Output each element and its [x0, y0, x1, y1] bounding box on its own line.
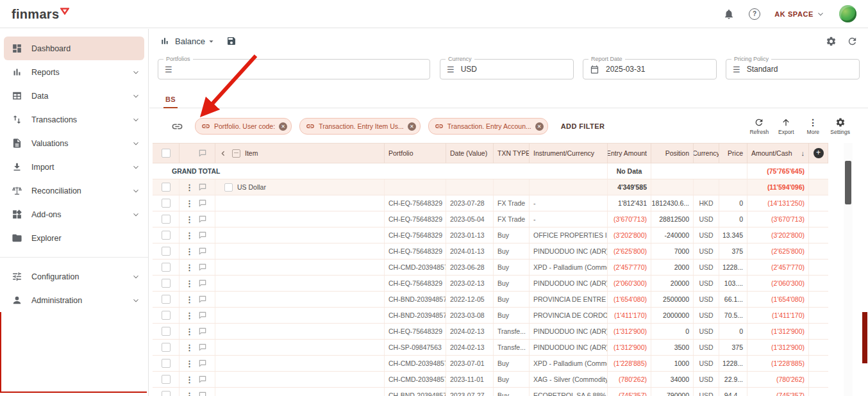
sidebar-item-transactions[interactable]: Transactions [0, 108, 148, 131]
table-row[interactable]: ⋮ CH-CMD-20394857 2023-07-01 Buy XPD - P… [153, 356, 828, 372]
table-scrollbar-thumb[interactable] [845, 161, 851, 204]
row-checkbox[interactable] [162, 247, 171, 256]
report-dropdown-icon[interactable] [206, 37, 216, 46]
column-header-date[interactable]: Date (Value) [446, 144, 494, 163]
settings-button[interactable]: Settings [830, 117, 850, 135]
remove-filter-icon[interactable]: ✕ [279, 122, 287, 131]
link-icon[interactable] [171, 120, 183, 133]
row-menu-icon[interactable]: ⋮ [185, 231, 194, 240]
group-expand-icon[interactable] [224, 183, 233, 192]
user-avatar[interactable] [839, 5, 856, 22]
sidebar-item-import[interactable]: Import [0, 155, 148, 179]
comment-icon[interactable] [198, 359, 207, 368]
table-row[interactable]: ⋮ CH-BND-20394857 2023-03-08 Buy PROVINC… [153, 308, 828, 324]
space-switcher[interactable]: AK SPACE [774, 10, 825, 19]
sidebar-item-administration[interactable]: Administration [0, 288, 148, 312]
table-row[interactable]: ⋮ CH-EQ-75648329 2024-02-13 Transfe... P… [153, 324, 828, 340]
comment-icon[interactable] [198, 391, 207, 396]
table-row[interactable]: ⋮ CH-EQ-75648329 2023-07-28 FX Trade - 1… [153, 195, 828, 211]
row-menu-icon[interactable]: ⋮ [185, 279, 194, 288]
add-filter-button[interactable]: ADD FILTER [561, 122, 605, 130]
comment-icon[interactable] [198, 215, 207, 224]
table-row[interactable]: ⋮ CH-EQ-75648329 2024-01-13 Buy PINDUODU… [153, 243, 828, 260]
collapse-column-icon[interactable] [219, 149, 228, 158]
row-menu-icon[interactable]: ⋮ [185, 327, 194, 336]
row-checkbox[interactable] [162, 215, 171, 224]
sidebar-item-explorer[interactable]: Explorer [0, 226, 148, 250]
refresh-button[interactable]: Refresh [749, 117, 769, 135]
row-menu-icon[interactable]: ⋮ [185, 215, 194, 224]
sidebar-item-reconciliation[interactable]: Reconciliation [0, 179, 148, 202]
remove-filter-icon[interactable]: ✕ [535, 122, 544, 131]
row-menu-icon[interactable]: ⋮ [185, 263, 194, 272]
row-menu-icon[interactable]: ⋮ [185, 375, 194, 384]
row-checkbox[interactable] [162, 375, 171, 384]
row-checkbox[interactable] [162, 343, 171, 352]
select-all-checkbox[interactable] [162, 149, 171, 158]
comment-icon[interactable] [198, 327, 207, 336]
comment-icon[interactable] [198, 295, 207, 304]
sort-desc-icon[interactable]: ↓ [801, 149, 805, 157]
sidebar-item-valuations[interactable]: Valuations [0, 131, 148, 155]
table-row[interactable]: ⋮ CH-BND-20394857 2022-12-05 Buy PROVINC… [153, 292, 828, 308]
sidebar-item-add-ons[interactable]: Add-ons [0, 202, 148, 226]
row-checkbox[interactable] [162, 231, 171, 240]
row-checkbox[interactable] [162, 391, 171, 396]
column-header-amount-cash[interactable]: Amount/Cash ↓ [747, 144, 809, 163]
filter-chip[interactable]: Transaction. Entry Item Us... ✕ [299, 118, 421, 135]
row-menu-icon[interactable]: ⋮ [185, 183, 194, 192]
table-row[interactable]: ⋮ CH-EQ-75648329 2023-02-13 Buy PINDUODU… [153, 276, 828, 292]
table-row[interactable]: ⋮ CH-CMD-20394857 2023-06-28 Buy XPD - P… [153, 260, 828, 276]
column-header-txn-type[interactable]: TXN TYPE [494, 144, 530, 163]
comment-icon[interactable] [198, 311, 207, 320]
column-header-portfolio[interactable]: Portfolio [385, 144, 446, 163]
comment-icon[interactable] [198, 375, 207, 384]
column-header-currency[interactable]: Currency [694, 144, 719, 163]
collapse-all-icon[interactable] [232, 149, 240, 158]
comment-icon[interactable] [198, 231, 207, 240]
row-checkbox[interactable] [162, 327, 171, 336]
group-row-us-dollar[interactable]: ⋮ US Dollar 4'349'585 (11'594'096) [153, 179, 828, 195]
row-menu-icon[interactable]: ⋮ [185, 311, 194, 320]
comment-icon[interactable] [198, 263, 207, 272]
comment-icon[interactable] [198, 183, 207, 192]
finmars-logo[interactable]: finmars [12, 7, 69, 21]
comment-icon[interactable] [198, 279, 207, 288]
row-checkbox[interactable] [162, 359, 171, 368]
filter-chip[interactable]: Portfolio. User code: ✕ [195, 118, 292, 135]
row-menu-icon[interactable]: ⋮ [185, 199, 194, 208]
tab-bs[interactable]: BS [163, 95, 178, 108]
row-checkbox[interactable] [162, 199, 171, 208]
filter-chip[interactable]: Transaction. Entry Accoun... ✕ [428, 118, 548, 135]
save-layout-icon[interactable] [226, 36, 237, 46]
comment-icon[interactable] [198, 343, 207, 352]
sidebar-item-reports[interactable]: Reports [0, 60, 148, 84]
comment-icon[interactable] [198, 247, 207, 256]
table-row[interactable]: ⋮ CH-SP-09847563 2024-02-13 Transfe... P… [153, 340, 828, 356]
row-checkbox[interactable] [162, 311, 171, 320]
notifications-bell-icon[interactable] [723, 8, 735, 20]
layout-settings-gear-icon[interactable] [826, 36, 837, 47]
currency-field[interactable]: Currency ☰ USD [440, 59, 574, 79]
column-header-instrument[interactable]: Instrument/Currency [530, 144, 608, 163]
report-date-field[interactable]: Report Date 2025-03-31 [583, 59, 717, 79]
column-header-item[interactable]: Item [245, 149, 258, 157]
table-row[interactable]: ⋮ CH-CMD-20394857 2023-11-01 Buy XAG - S… [153, 372, 828, 388]
add-column-button[interactable]: + [814, 148, 824, 158]
layout-refresh-icon[interactable] [847, 36, 858, 47]
help-icon[interactable]: ? [749, 8, 760, 20]
comment-icon[interactable] [198, 199, 207, 208]
more-button[interactable]: ⋮ More [803, 117, 822, 135]
table-scrollbar-track[interactable] [844, 143, 853, 396]
comment-icon[interactable] [198, 149, 207, 158]
row-checkbox[interactable] [162, 183, 171, 192]
table-row[interactable]: ⋮ CH-BND-20394857 2023-07-27 Buy ECOPETR… [153, 388, 828, 396]
window-scrollbar-thumb[interactable] [862, 312, 867, 363]
row-menu-icon[interactable]: ⋮ [185, 343, 194, 352]
table-row[interactable]: ⋮ CH-EQ-75648329 2023-01-13 Buy OFFICE P… [153, 227, 828, 243]
table-row[interactable]: ⋮ CH-EQ-75648329 2023-05-04 FX Trade - (… [153, 211, 828, 227]
sidebar-item-data[interactable]: Data [0, 84, 148, 108]
export-button[interactable]: Export [776, 117, 796, 135]
remove-filter-icon[interactable]: ✕ [408, 122, 416, 131]
pricing-policy-field[interactable]: Pricing Policy ☰ Standard [726, 59, 860, 79]
